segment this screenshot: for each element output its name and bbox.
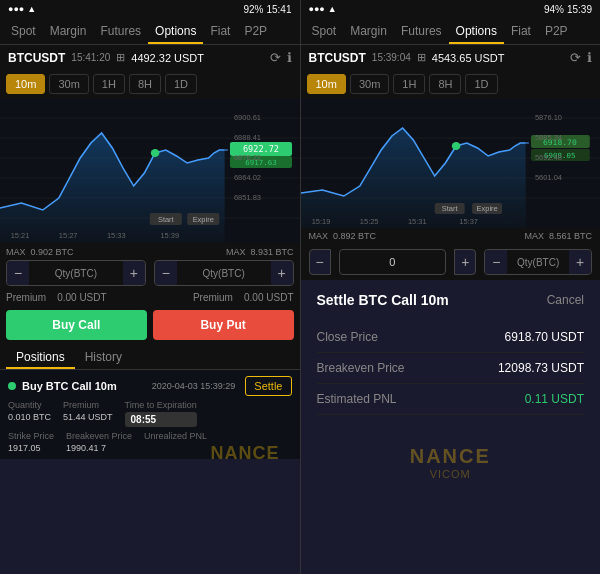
svg-text:6851.83: 6851.83 bbox=[234, 193, 261, 202]
left-tf-30m[interactable]: 30m bbox=[49, 74, 88, 94]
left-battery-pct: 92% bbox=[243, 4, 263, 15]
left-qty-call-group: − Qty(BTC) + bbox=[6, 260, 146, 286]
svg-point-31 bbox=[451, 142, 460, 150]
left-premium-right: Premium 0.00 USDT bbox=[193, 292, 294, 303]
svg-text:5876.10: 5876.10 bbox=[534, 113, 561, 122]
left-pos-timer-label: Time to Expiration bbox=[125, 400, 197, 410]
right-tf-8h[interactable]: 8H bbox=[429, 74, 461, 94]
left-pos-strike-col: Strike Price 1917.05 bbox=[8, 431, 54, 453]
right-tf-1h[interactable]: 1H bbox=[393, 74, 425, 94]
right-time: 15:39 bbox=[567, 4, 592, 15]
right-ticker-icon: ⊞ bbox=[417, 51, 426, 64]
left-premium-right-label: Premium bbox=[193, 292, 233, 303]
buy-call-button[interactable]: Buy Call bbox=[6, 310, 147, 340]
left-tab-fiat[interactable]: Fiat bbox=[203, 18, 237, 44]
right-qty-put-val2: Qty(BTC) bbox=[507, 257, 569, 268]
right-tab-fiat[interactable]: Fiat bbox=[504, 18, 538, 44]
right-tf-30m[interactable]: 30m bbox=[350, 74, 389, 94]
left-pos-premium-val: 51.44 USDT bbox=[63, 412, 113, 422]
left-pos-tab-positions[interactable]: Positions bbox=[6, 345, 75, 369]
svg-text:15:19: 15:19 bbox=[311, 217, 330, 226]
right-ticker-symbol: BTCUSDT bbox=[309, 51, 366, 65]
right-tf-10m[interactable]: 10m bbox=[307, 74, 346, 94]
right-chart-area: 6918.70 6908.05 5876.10 5885.34 5692.48 … bbox=[301, 98, 601, 228]
left-max-left-label: MAX 0.902 BTC bbox=[6, 247, 74, 257]
left-panel: ●●● ▲ 92% 15:41 Spot Margin Futures Opti… bbox=[0, 0, 300, 574]
left-qty-put-plus[interactable]: + bbox=[271, 261, 293, 285]
left-tf-10m[interactable]: 10m bbox=[6, 74, 45, 94]
right-settle-title-row: Settle BTC Call 10m Cancel bbox=[317, 292, 585, 308]
right-qty-input-group[interactable]: 0 bbox=[339, 249, 447, 275]
right-tab-options[interactable]: Options bbox=[449, 18, 504, 44]
left-pos-title: Buy BTC Call 10m bbox=[22, 380, 117, 392]
left-nav-tabs: Spot Margin Futures Options Fiat P2P bbox=[0, 18, 300, 45]
left-tf-8h[interactable]: 8H bbox=[129, 74, 161, 94]
left-pos-pnl-label: Unrealized PNL bbox=[144, 431, 207, 441]
left-pos-qty-val: 0.010 BTC bbox=[8, 412, 51, 422]
right-status-bar: ●●● ▲ 94% 15:39 bbox=[301, 0, 601, 18]
right-ticker-icons: ⟳ ℹ bbox=[570, 50, 592, 65]
left-pos-header: Buy BTC Call 10m 2020-04-03 15:39:29 Set… bbox=[8, 376, 292, 396]
right-tab-margin[interactable]: Margin bbox=[343, 18, 394, 44]
right-settle-label-2: Estimated PNL bbox=[317, 392, 397, 406]
left-qty-row: − Qty(BTC) + − Qty(BTC) + bbox=[6, 260, 294, 286]
left-qty-put-group: − Qty(BTC) + bbox=[154, 260, 294, 286]
right-qty-minus[interactable]: − bbox=[309, 249, 331, 275]
right-settle-panel: Settle BTC Call 10m Cancel Close Price 6… bbox=[301, 280, 601, 574]
left-pos-pnl-col: Unrealized PNL bbox=[144, 431, 207, 453]
left-pos-tab-history[interactable]: History bbox=[75, 345, 132, 369]
right-tf-1d[interactable]: 1D bbox=[465, 74, 497, 94]
right-settle-row-2: Estimated PNL 0.11 USDT bbox=[317, 384, 585, 415]
left-pos-strike-val: 1917.05 bbox=[8, 443, 54, 453]
left-chart-svg: 6922.72 6917.63 6900.61 6888.41 6876.22 … bbox=[0, 98, 300, 243]
right-qty-number: 0 bbox=[340, 256, 446, 268]
left-pos-date: 2020-04-03 15:39:29 bbox=[152, 381, 236, 391]
left-info-icon[interactable]: ℹ bbox=[287, 50, 292, 65]
left-qty-call-minus[interactable]: − bbox=[7, 261, 29, 285]
svg-text:6864.02: 6864.02 bbox=[234, 173, 261, 182]
svg-text:6876.22: 6876.22 bbox=[234, 153, 261, 162]
left-settle-button[interactable]: Settle bbox=[245, 376, 291, 396]
right-tab-spot[interactable]: Spot bbox=[305, 18, 344, 44]
right-info-icon[interactable]: ℹ bbox=[587, 50, 592, 65]
right-settle-cancel[interactable]: Cancel bbox=[547, 293, 584, 307]
right-tab-p2p[interactable]: P2P bbox=[538, 18, 575, 44]
right-max-left: MAX 0.892 BTC bbox=[309, 231, 377, 241]
left-tab-options[interactable]: Options bbox=[148, 18, 203, 44]
left-tf-1d[interactable]: 1D bbox=[165, 74, 197, 94]
right-settle-value-1: 12098.73 USDT bbox=[498, 361, 584, 375]
svg-text:15:33: 15:33 bbox=[107, 231, 126, 240]
svg-text:15:27: 15:27 bbox=[59, 231, 78, 240]
buy-put-button[interactable]: Buy Put bbox=[153, 310, 294, 340]
right-refresh-icon[interactable]: ⟳ bbox=[570, 50, 581, 65]
left-status-right: 92% 15:41 bbox=[243, 4, 291, 15]
left-watermark: NANCE bbox=[210, 443, 279, 464]
left-pos-premium-col: Premium 51.44 USDT bbox=[63, 400, 113, 427]
left-max-right-label: MAX 8.931 BTC bbox=[226, 247, 294, 257]
right-watermark2: VICOM bbox=[317, 468, 585, 480]
right-qty-max-row: MAX 0.892 BTC MAX 8.561 BTC bbox=[301, 228, 601, 244]
right-settle-value-0: 6918.70 USDT bbox=[505, 330, 584, 344]
left-premium-left-val: 0.00 USDT bbox=[57, 292, 106, 303]
svg-text:5885.34: 5885.34 bbox=[534, 133, 561, 142]
right-signal: ●●● bbox=[309, 4, 325, 14]
left-tab-spot[interactable]: Spot bbox=[4, 18, 43, 44]
left-tf-1h[interactable]: 1H bbox=[93, 74, 125, 94]
left-qty-section: MAX 0.902 BTC MAX 8.931 BTC − Qty(BTC) +… bbox=[0, 243, 300, 290]
left-qty-call-plus[interactable]: + bbox=[123, 261, 145, 285]
right-qty-put-plus2[interactable]: + bbox=[569, 250, 591, 274]
left-refresh-icon[interactable]: ⟳ bbox=[270, 50, 281, 65]
left-qty-put-minus[interactable]: − bbox=[155, 261, 177, 285]
left-tab-futures[interactable]: Futures bbox=[93, 18, 148, 44]
right-tab-futures[interactable]: Futures bbox=[394, 18, 449, 44]
right-qty-plus[interactable]: + bbox=[454, 249, 476, 275]
left-buy-buttons: Buy Call Buy Put bbox=[0, 305, 300, 345]
right-settle-row-1: Breakeven Price 12098.73 USDT bbox=[317, 353, 585, 384]
left-pos-breakeven-label: Breakeven Price bbox=[66, 431, 132, 441]
left-tab-p2p[interactable]: P2P bbox=[237, 18, 274, 44]
left-qty-put-val: Qty(BTC) bbox=[177, 268, 271, 279]
left-ticker-symbol: BTCUSDT bbox=[8, 51, 65, 65]
right-qty-put-minus2[interactable]: − bbox=[485, 250, 507, 274]
left-timeframes: 10m 30m 1H 8H 1D bbox=[0, 70, 300, 98]
left-tab-margin[interactable]: Margin bbox=[43, 18, 94, 44]
